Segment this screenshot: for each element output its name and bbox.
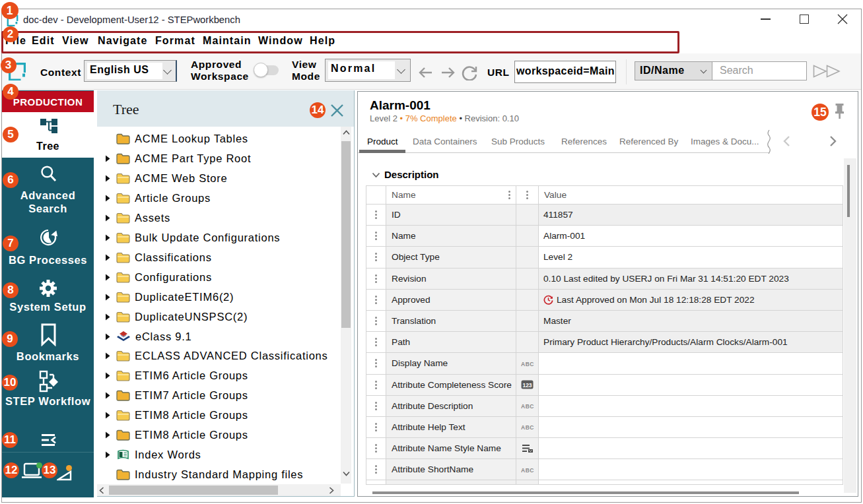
svg-text:ABC: ABC (521, 466, 534, 473)
svg-text:123: 123 (522, 382, 532, 389)
svg-text:ABC: ABC (521, 360, 534, 367)
svg-text:ABC: ABC (521, 403, 534, 410)
svg-text:ABC: ABC (521, 424, 534, 431)
